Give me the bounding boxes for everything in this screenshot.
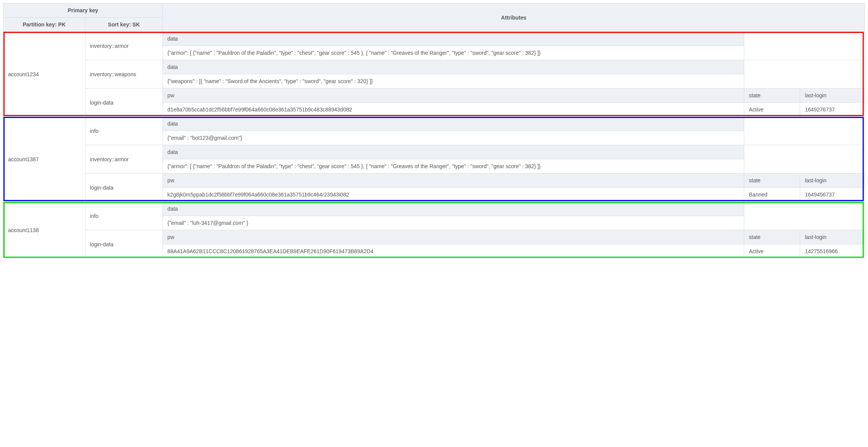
attr-header: last-login [800,88,865,103]
sort-key-cell: login-data [85,174,162,202]
header-attributes: Attributes [162,3,865,32]
attr-value: 14275516966 [800,244,865,259]
attr-value: 1649456737 [800,188,865,202]
attr-value: {"weapons" : [{ "name" : "Sword of the A… [162,74,744,88]
partition-key-cell: account1234 [3,32,85,117]
attr-header: state [744,88,800,103]
attr-value: {"email" : "bot123@gmail.com"} [162,131,744,145]
attr-header: data [162,145,744,159]
attr-header: pw [162,88,744,103]
attr-header: last-login [800,230,865,244]
partition-key-cell: account1387 [3,117,85,202]
attr-header: data [162,117,744,131]
attr-value: d1e8a70b5ccab1dc2f56bbf7e99f064a660c08e3… [162,103,744,117]
attr-value: {"armor": [ {"name" : "Pauldron of the P… [162,46,744,60]
attr-header: data [162,32,744,46]
table-row: account1138infodata [3,202,865,216]
attr-value: Active [744,244,800,259]
attr-value: 88A41A9A62B11CCC8C120861928765A3EA41DEB9… [162,244,744,259]
header-row-1: Primary key Attributes [3,3,865,18]
table-row: login-datapwstatelast-login [3,88,865,103]
table-wrapper: Primary key Attributes Partition key: PK… [3,3,865,259]
sort-key-cell: inventory::weapons [85,60,162,88]
blank-cell [744,202,865,230]
blank-cell [744,32,865,60]
attr-header: data [162,60,744,74]
sort-key-cell: info [85,117,162,145]
sort-key-cell: login-data [85,230,162,259]
attr-value: {"armor": [ {"name" : "Pauldron of the P… [162,159,744,174]
attr-header: pw [162,174,744,188]
attr-value: Banned [744,188,800,202]
blank-cell [744,60,865,88]
table-row: inventory::armordata [3,145,865,159]
attr-value: Active [744,103,800,117]
table-row: login-datapwstatelast-login [3,230,865,244]
blank-cell [744,145,865,174]
table-row: login-datapwstatelast-login [3,174,865,188]
partition-key-cell: account1138 [3,202,85,259]
attr-header: last-login [800,174,865,188]
attr-header: data [162,202,744,216]
attr-value: k2g8jk0m5ppab1dc2f56bbf7e99f064a660c08e3… [162,188,744,202]
table-row: inventory::weaponsdata [3,60,865,74]
header-partition-key: Partition key: PK [3,18,85,32]
table-row: account1387infodata [3,117,865,131]
header-primary-key: Primary key [3,3,163,18]
sort-key-cell: inventory::armor [85,145,162,174]
attr-header: state [744,230,800,244]
header-sort-key: Sort key: SK [85,18,162,32]
sort-key-cell: info [85,202,162,230]
sort-key-cell: login-data [85,88,162,117]
blank-cell [744,117,865,145]
sort-key-cell: inventory::armor [85,32,162,60]
attr-header: state [744,174,800,188]
dynamodb-table: Primary key Attributes Partition key: PK… [3,3,865,259]
attr-value: {"email" : "luh-3417@gmail.com" } [162,216,744,230]
table-row: account1234inventory::armordata [3,32,865,46]
attr-header: pw [162,230,744,244]
attr-value: 1649276737 [800,103,865,117]
